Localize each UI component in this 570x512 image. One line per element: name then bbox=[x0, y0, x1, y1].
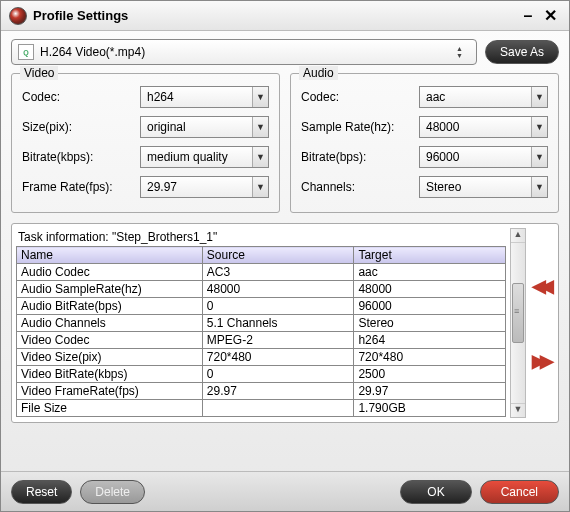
titlebar: Profile Settings – ✕ bbox=[1, 1, 569, 31]
audio-channels-label: Channels: bbox=[301, 180, 413, 194]
profile-select[interactable]: Q H.264 Video(*.mp4) ▲▼ bbox=[11, 39, 477, 65]
content-area: Q H.264 Video(*.mp4) ▲▼ Save As Video Co… bbox=[1, 31, 569, 471]
task-table: Name Source Target Audio CodecAC3aacAudi… bbox=[16, 246, 506, 417]
audio-bitrate-label: Bitrate(bps): bbox=[301, 150, 413, 164]
mp4-icon: Q bbox=[18, 44, 34, 60]
spinner-icon[interactable]: ▲▼ bbox=[456, 45, 470, 59]
audio-panel: Audio Codec: aac ▼ Sample Rate(hz): 4800… bbox=[290, 73, 559, 213]
cell-source: AC3 bbox=[202, 264, 354, 281]
video-size-label: Size(pix): bbox=[22, 120, 134, 134]
chevron-down-icon: ▼ bbox=[531, 117, 547, 137]
table-header-row: Name Source Target bbox=[17, 247, 506, 264]
cell-name: Audio Channels bbox=[17, 315, 203, 332]
cell-name: Audio SampleRate(hz) bbox=[17, 281, 203, 298]
cell-source: 29.97 bbox=[202, 383, 354, 400]
task-info-panel: Task information: "Step_Brothers1_1" Nam… bbox=[11, 223, 559, 423]
task-info-title: Task information: "Step_Brothers1_1" bbox=[16, 228, 506, 246]
cell-target: 720*480 bbox=[354, 349, 506, 366]
reset-button[interactable]: Reset bbox=[11, 480, 72, 504]
cell-target: 48000 bbox=[354, 281, 506, 298]
cell-target: 2500 bbox=[354, 366, 506, 383]
bottom-bar: Reset Delete OK Cancel bbox=[1, 471, 569, 511]
table-row[interactable]: Audio SampleRate(hz)4800048000 bbox=[17, 281, 506, 298]
chevron-down-icon: ▼ bbox=[531, 147, 547, 167]
window-title: Profile Settings bbox=[33, 8, 517, 23]
chevron-down-icon: ▼ bbox=[252, 147, 268, 167]
scroll-up-icon[interactable]: ▲ bbox=[511, 229, 525, 243]
table-row[interactable]: Video CodecMPEG-2h264 bbox=[17, 332, 506, 349]
cell-name: Video Codec bbox=[17, 332, 203, 349]
cell-source: 0 bbox=[202, 366, 354, 383]
prev-task-button[interactable]: ◀◀ bbox=[532, 275, 548, 297]
cell-name: Video BitRate(kbps) bbox=[17, 366, 203, 383]
profile-settings-window: Profile Settings – ✕ Q H.264 Video(*.mp4… bbox=[0, 0, 570, 512]
video-framerate-label: Frame Rate(fps): bbox=[22, 180, 134, 194]
cancel-button[interactable]: Cancel bbox=[480, 480, 559, 504]
chevron-down-icon: ▼ bbox=[252, 177, 268, 197]
save-as-label: Save As bbox=[500, 45, 544, 59]
ok-button[interactable]: OK bbox=[400, 480, 471, 504]
app-icon bbox=[9, 7, 27, 25]
cell-source: 0 bbox=[202, 298, 354, 315]
video-codec-select[interactable]: h264 ▼ bbox=[140, 86, 269, 108]
profile-select-value: H.264 Video(*.mp4) bbox=[40, 45, 450, 59]
audio-samplerate-select[interactable]: 48000 ▼ bbox=[419, 116, 548, 138]
table-row[interactable]: Video FrameRate(fps)29.9729.97 bbox=[17, 383, 506, 400]
video-codec-label: Codec: bbox=[22, 90, 134, 104]
scroll-down-icon[interactable]: ▼ bbox=[511, 403, 525, 417]
close-button[interactable]: ✕ bbox=[539, 6, 561, 25]
next-task-button[interactable]: ▶▶ bbox=[532, 350, 548, 372]
audio-samplerate-label: Sample Rate(hz): bbox=[301, 120, 413, 134]
col-source[interactable]: Source bbox=[202, 247, 354, 264]
chevron-down-icon: ▼ bbox=[531, 87, 547, 107]
cell-target: Stereo bbox=[354, 315, 506, 332]
audio-channels-select[interactable]: Stereo ▼ bbox=[419, 176, 548, 198]
cell-source bbox=[202, 400, 354, 417]
cell-name: Video Size(pix) bbox=[17, 349, 203, 366]
video-bitrate-select[interactable]: medium quality ▼ bbox=[140, 146, 269, 168]
table-row[interactable]: Audio CodecAC3aac bbox=[17, 264, 506, 281]
minimize-button[interactable]: – bbox=[517, 7, 539, 25]
cell-source: MPEG-2 bbox=[202, 332, 354, 349]
scroll-thumb[interactable] bbox=[512, 283, 524, 343]
cell-name: Audio Codec bbox=[17, 264, 203, 281]
cell-name: File Size bbox=[17, 400, 203, 417]
audio-codec-select[interactable]: aac ▼ bbox=[419, 86, 548, 108]
col-target[interactable]: Target bbox=[354, 247, 506, 264]
chevron-down-icon: ▼ bbox=[252, 117, 268, 137]
table-row[interactable]: Audio Channels5.1 ChannelsStereo bbox=[17, 315, 506, 332]
chevron-down-icon: ▼ bbox=[531, 177, 547, 197]
cell-target: 96000 bbox=[354, 298, 506, 315]
cell-target: 1.790GB bbox=[354, 400, 506, 417]
audio-codec-label: Codec: bbox=[301, 90, 413, 104]
table-row[interactable]: File Size1.790GB bbox=[17, 400, 506, 417]
free-disk-label: Free disk space:20.81GB bbox=[16, 417, 506, 418]
video-panel: Video Codec: h264 ▼ Size(pix): original … bbox=[11, 73, 280, 213]
cell-target: aac bbox=[354, 264, 506, 281]
table-row[interactable]: Audio BitRate(bps)096000 bbox=[17, 298, 506, 315]
table-row[interactable]: Video BitRate(kbps)02500 bbox=[17, 366, 506, 383]
video-framerate-select[interactable]: 29.97 ▼ bbox=[140, 176, 269, 198]
cell-source: 5.1 Channels bbox=[202, 315, 354, 332]
cell-source: 48000 bbox=[202, 281, 354, 298]
cell-source: 720*480 bbox=[202, 349, 354, 366]
delete-button[interactable]: Delete bbox=[80, 480, 145, 504]
cell-target: h264 bbox=[354, 332, 506, 349]
save-as-button[interactable]: Save As bbox=[485, 40, 559, 64]
table-row[interactable]: Video Size(pix)720*480720*480 bbox=[17, 349, 506, 366]
cell-target: 29.97 bbox=[354, 383, 506, 400]
vertical-scrollbar[interactable]: ▲ ▼ bbox=[510, 228, 526, 418]
cell-name: Video FrameRate(fps) bbox=[17, 383, 203, 400]
video-size-select[interactable]: original ▼ bbox=[140, 116, 269, 138]
chevron-down-icon: ▼ bbox=[252, 87, 268, 107]
audio-legend: Audio bbox=[299, 66, 338, 80]
cell-name: Audio BitRate(bps) bbox=[17, 298, 203, 315]
audio-bitrate-select[interactable]: 96000 ▼ bbox=[419, 146, 548, 168]
video-legend: Video bbox=[20, 66, 58, 80]
video-bitrate-label: Bitrate(kbps): bbox=[22, 150, 134, 164]
col-name[interactable]: Name bbox=[17, 247, 203, 264]
